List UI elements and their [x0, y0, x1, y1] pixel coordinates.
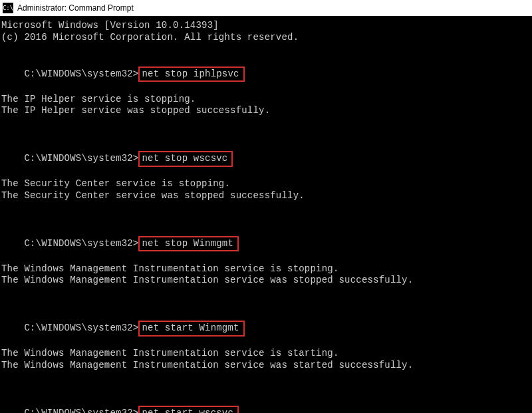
output-line: The Windows Management Instrumentation s… [1, 348, 532, 360]
output-line: The IP Helper service is stopping. [1, 94, 532, 106]
command-text: net stop wscsvc [142, 153, 227, 164]
command-highlight: net stop iphlpsvc [138, 67, 244, 82]
output-line: The Windows Management Instrumentation s… [1, 360, 532, 372]
cmd-icon: C:\ [3, 3, 13, 13]
prompt: C:\WINDOWS\system32> [24, 69, 138, 79]
output-line: The Security Center service is stopping. [1, 178, 532, 190]
window-title: Administrator: Command Prompt [17, 3, 134, 13]
copyright-line: (c) 2016 Microsoft Corporation. All righ… [1, 32, 532, 44]
output-line: The IP Helper service was stopped succes… [1, 105, 532, 117]
command-text: net start wscsvc [142, 408, 233, 414]
prompt: C:\WINDOWS\system32> [24, 323, 138, 333]
output-line: The Windows Management Instrumentation s… [1, 275, 532, 287]
command-highlight: net stop wscsvc [138, 151, 233, 167]
version-line: Microsoft Windows [Version 10.0.14393] [1, 20, 532, 32]
command-highlight: net stop Winmgmt [138, 236, 239, 252]
output-line: The Windows Management Instrumentation s… [1, 263, 532, 275]
output-line: The Security Center service was stopped … [1, 190, 532, 202]
command-text: net stop Winmgmt [142, 238, 233, 249]
command-text: net start Winmgmt [142, 323, 239, 333]
prompt: C:\WINDOWS\system32> [24, 408, 138, 414]
command-text: net stop iphlpsvc [142, 69, 239, 79]
command-highlight: net start Winmgmt [138, 321, 244, 337]
title-bar: C:\ Administrator: Command Prompt [0, 0, 532, 16]
terminal-output[interactable]: Microsoft Windows [Version 10.0.14393] (… [0, 16, 532, 413]
command-highlight: net start wscsvc [138, 406, 239, 414]
prompt: C:\WINDOWS\system32> [24, 153, 138, 164]
prompt: C:\WINDOWS\system32> [24, 238, 138, 249]
